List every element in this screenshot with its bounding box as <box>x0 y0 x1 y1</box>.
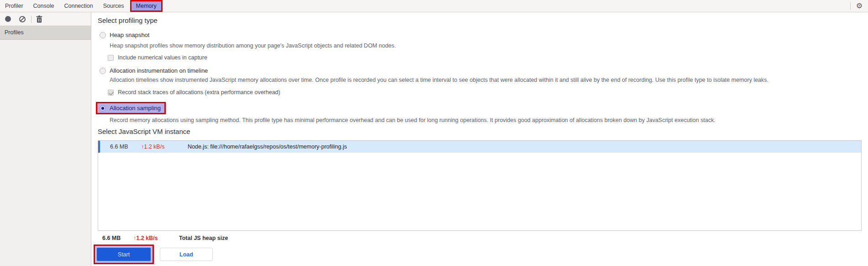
gear-icon[interactable]: ⚙ <box>851 0 868 12</box>
heap-snapshot-label: Heap snapshot <box>110 32 149 38</box>
vm-instance-list: 6.6 MB ↑1.2 kB/s Node.js: file:///home/r… <box>98 140 862 231</box>
tab-bar: Profiler Console Connection Sources Memo… <box>0 0 868 12</box>
allocation-timeline-label: Allocation instrumentation on timeline <box>110 67 208 74</box>
sidebar: Profiles <box>0 12 91 266</box>
start-button-annotation-box: Start <box>94 245 154 264</box>
allocation-sampling-annotation-box: Allocation sampling <box>96 102 166 114</box>
memory-panel: Select profiling type Heap snapshot Heap… <box>91 12 868 266</box>
total-heap-stats: 6.6 MB ↑1.2 kB/s Total JS heap size <box>102 235 228 241</box>
vm-instance-name: Node.js: file:///home/rafaelgss/repos/os… <box>188 144 347 150</box>
option-allocation-timeline[interactable]: Allocation instrumentation on timeline <box>100 67 208 74</box>
allocation-timeline-description: Allocation timelines show instrumented J… <box>110 77 768 83</box>
total-heap-rate: ↑1.2 kB/s <box>133 235 170 241</box>
total-heap-size-value: 6.6 MB <box>102 235 133 241</box>
include-numerical-values-checkbox[interactable] <box>108 55 114 61</box>
heap-snapshot-description: Heap snapshot profiles show memory distr… <box>110 43 396 49</box>
include-numerical-values-row[interactable]: Include numerical values in capture <box>108 54 207 61</box>
option-heap-snapshot[interactable]: Heap snapshot <box>100 32 149 38</box>
tab-connection[interactable]: Connection <box>59 0 98 12</box>
record-icon[interactable] <box>5 16 11 22</box>
memory-tab-annotation-box: Memory <box>130 0 163 12</box>
record-stack-traces-checkbox[interactable] <box>108 90 114 96</box>
record-stack-traces-label: Record stack traces of allocations (extr… <box>118 89 280 96</box>
total-heap-size-label: Total JS heap size <box>179 235 228 241</box>
profiling-type-heading: Select profiling type <box>98 16 158 24</box>
toolbar-separator <box>31 16 32 23</box>
vm-instance-heading: Select JavaScript VM instance <box>98 128 190 135</box>
allocation-sampling-label: Allocation sampling <box>110 105 161 112</box>
tabbar-right: ⚙ <box>850 0 868 12</box>
start-button[interactable]: Start <box>97 248 151 261</box>
allocation-sampling-description: Record memory allocations using sampling… <box>110 117 715 123</box>
load-button[interactable]: Load <box>160 248 213 261</box>
heap-snapshot-radio[interactable] <box>100 32 106 38</box>
tab-memory[interactable]: Memory <box>132 1 161 11</box>
action-buttons: Start Load <box>94 245 213 264</box>
vm-heap-size: 6.6 MB <box>110 144 141 150</box>
tab-console[interactable]: Console <box>28 0 59 12</box>
clear-all-profiles-icon[interactable] <box>19 16 26 22</box>
record-stack-traces-row[interactable]: Record stack traces of allocations (extr… <box>108 89 280 96</box>
devtools-window: Profiler Console Connection Sources Memo… <box>0 0 868 266</box>
allocation-timeline-radio[interactable] <box>100 68 106 74</box>
profiler-toolbar <box>0 12 91 26</box>
option-allocation-sampling[interactable]: Allocation sampling <box>100 105 161 112</box>
profiles-section-header: Profiles <box>0 26 91 40</box>
tab-profiler[interactable]: Profiler <box>0 0 28 12</box>
tab-sources[interactable]: Sources <box>98 0 129 12</box>
trash-icon[interactable] <box>36 16 42 23</box>
vm-heap-rate: ↑1.2 kB/s <box>141 144 178 150</box>
include-numerical-values-label: Include numerical values in capture <box>118 54 207 61</box>
vm-instance-row[interactable]: 6.6 MB ↑1.2 kB/s Node.js: file:///home/r… <box>98 141 861 153</box>
allocation-sampling-radio[interactable] <box>100 105 106 112</box>
